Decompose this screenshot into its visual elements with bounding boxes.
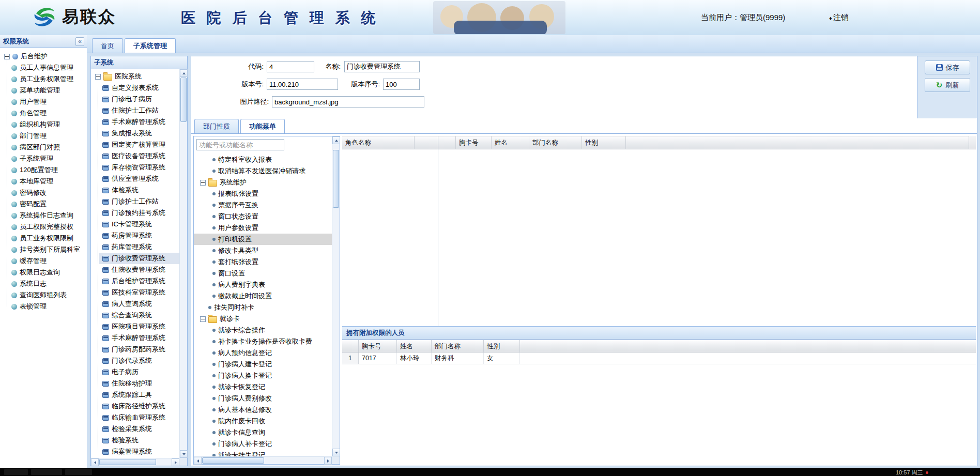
- scrollbar-thumb[interactable]: [202, 457, 264, 464]
- sidebar-item[interactable]: 缓存管理: [8, 255, 87, 267]
- function-tree-item[interactable]: 门诊病人换卡登记: [194, 370, 332, 381]
- subsystem-item[interactable]: 药房管理系统: [99, 230, 179, 241]
- subsystem-item[interactable]: 门诊代录系统: [99, 355, 179, 366]
- sidebar-item[interactable]: 员工业务权限限制: [8, 233, 87, 244]
- function-tree-item[interactable]: 挂失同时补卡: [194, 302, 332, 313]
- collapse-expander-icon[interactable]: [200, 180, 206, 186]
- sidebar-item[interactable]: 查询医师组列表: [8, 289, 87, 301]
- version-seq-input[interactable]: [383, 79, 420, 90]
- function-tree-item[interactable]: 窗口设置: [194, 268, 332, 279]
- subsystem-item[interactable]: 住院移动护理: [99, 378, 179, 389]
- subsystem-item[interactable]: 医疗设备管理系统: [99, 150, 179, 162]
- function-tree-item[interactable]: 病人基本信息修改: [194, 404, 332, 416]
- function-tree-item[interactable]: 就诊卡恢复登记: [194, 381, 332, 393]
- sidebar-item[interactable]: 表锁管理: [8, 301, 87, 312]
- collapse-expander-icon[interactable]: [95, 74, 101, 80]
- subsystem-item[interactable]: 门诊护士工作站: [99, 196, 179, 207]
- function-tree-item[interactable]: 补卡换卡业务操作是否收取卡费: [194, 336, 332, 347]
- sidebar-root-node[interactable]: 后台维护: [0, 51, 87, 62]
- function-tree-item[interactable]: 用户参数设置: [194, 222, 332, 234]
- function-tree-item[interactable]: 门诊病人补卡登记: [194, 438, 332, 450]
- column-header[interactable]: 部门名称: [529, 136, 582, 149]
- scroll-left-button[interactable]: [91, 458, 99, 466]
- function-tree-item[interactable]: 就诊卡挂失登记: [194, 450, 332, 456]
- save-button[interactable]: 保存: [925, 60, 970, 74]
- subsystem-item[interactable]: 门诊预约挂号系统: [99, 207, 179, 219]
- scroll-left-button[interactable]: [194, 457, 202, 465]
- scrollbar-thumb[interactable]: [180, 78, 187, 122]
- function-tree-folder[interactable]: 就诊卡: [194, 313, 332, 325]
- subsystem-item[interactable]: 系统跟踪工具: [99, 389, 179, 401]
- taskbar-item[interactable]: [4, 469, 28, 475]
- horizontal-scrollbar[interactable]: [91, 458, 179, 466]
- sidebar-item[interactable]: 120配置管理: [8, 164, 87, 176]
- subsystem-item[interactable]: 后台维护管理系统: [99, 275, 179, 287]
- subsystem-item[interactable]: 医技科室管理系统: [99, 287, 179, 298]
- subsystem-item[interactable]: 供应室管理系统: [99, 173, 179, 185]
- sidebar-item[interactable]: 权限日志查询: [8, 267, 87, 278]
- subsystem-item[interactable]: 体检系统: [99, 185, 179, 196]
- function-tree-item[interactable]: 院内作废卡回收: [194, 416, 332, 427]
- subsystem-item[interactable]: 住院护士工作站: [99, 105, 179, 116]
- sidebar-item[interactable]: 角色管理: [8, 108, 87, 119]
- function-tree-item[interactable]: 缴款截止时间设置: [194, 290, 332, 302]
- sidebar-item[interactable]: 员工人事信息管理: [8, 62, 87, 73]
- taskbar-item[interactable]: [31, 469, 62, 475]
- tab-function-menu[interactable]: 功能菜单: [240, 119, 285, 133]
- tab-subsystem-management[interactable]: 子系统管理: [125, 38, 176, 53]
- subsystem-item[interactable]: 门诊收费管理系统: [99, 253, 179, 264]
- scroll-right-button[interactable]: [172, 458, 179, 466]
- vertical-scrollbar[interactable]: [332, 136, 340, 456]
- sidebar-item[interactable]: 子系统管理: [8, 153, 87, 164]
- subsystem-item[interactable]: 固定资产核算管理: [99, 139, 179, 150]
- taskbar-item[interactable]: [65, 469, 92, 475]
- sidebar-item[interactable]: 组织机构管理: [8, 119, 87, 130]
- subsystem-item[interactable]: IC卡管理系统: [99, 219, 179, 230]
- function-tree-item[interactable]: 门诊病人费别修改: [194, 393, 332, 404]
- subsystem-item[interactable]: 病人查询系统: [99, 298, 179, 310]
- subsystem-item[interactable]: 住院收费管理系统: [99, 264, 179, 275]
- subsystem-item[interactable]: 医院项目管理系统: [99, 321, 179, 332]
- sidebar-item[interactable]: 员工业务权限管理: [8, 73, 87, 85]
- function-tree-item[interactable]: 门诊病人建卡登记: [194, 359, 332, 370]
- function-tree-item[interactable]: 窗口状态设置: [194, 211, 332, 222]
- vertical-scrollbar[interactable]: [179, 69, 187, 458]
- column-header[interactable]: 性别: [484, 340, 520, 352]
- function-tree-item[interactable]: 报表纸张设置: [194, 188, 332, 199]
- subsystem-item[interactable]: 库存物资管理系统: [99, 162, 179, 173]
- scroll-up-button[interactable]: [332, 136, 340, 144]
- function-tree-item[interactable]: 病人预约信息登记: [194, 347, 332, 359]
- collapse-sidebar-button[interactable]: «: [75, 37, 84, 46]
- tab-home[interactable]: 首页: [92, 38, 123, 53]
- subsystem-item[interactable]: 检验系统: [99, 435, 179, 446]
- function-tree-item[interactable]: 就诊卡综合操作: [194, 325, 332, 336]
- subsystem-item[interactable]: 药库管理系统: [99, 241, 179, 253]
- subsystem-item[interactable]: 检验采集系统: [99, 423, 179, 435]
- collapse-expander-icon[interactable]: [200, 316, 206, 322]
- subsystem-item[interactable]: 集成报表系统: [99, 128, 179, 139]
- table-row[interactable]: 17017林小玲财务科女: [342, 352, 976, 364]
- image-path-input[interactable]: [272, 96, 424, 108]
- sidebar-item[interactable]: 用户管理: [8, 96, 87, 108]
- horizontal-scrollbar[interactable]: [194, 456, 332, 464]
- collapse-expander-icon[interactable]: [4, 54, 10, 59]
- function-tree-item[interactable]: 票据序号互换: [194, 199, 332, 211]
- function-tree-item[interactable]: 就诊卡信息查询: [194, 427, 332, 438]
- function-search-input[interactable]: [196, 139, 284, 150]
- sidebar-item[interactable]: 菜单功能管理: [8, 85, 87, 96]
- name-input[interactable]: [344, 61, 420, 72]
- column-header[interactable]: 性别: [582, 136, 626, 149]
- sidebar-item[interactable]: 员工权限完整授权: [8, 221, 87, 233]
- sidebar-item[interactable]: 病区部门对照: [8, 142, 87, 153]
- function-tree-item[interactable]: 打印机设置: [194, 234, 332, 245]
- subsystem-item[interactable]: 门诊电子病历: [99, 94, 179, 105]
- subsystem-item[interactable]: 手术麻醉管理系统: [99, 332, 179, 344]
- refresh-button[interactable]: ↻ 刷新: [925, 78, 970, 92]
- function-tree-item[interactable]: 病人费别字典表: [194, 279, 332, 290]
- scrollbar-thumb[interactable]: [99, 459, 156, 465]
- sidebar-item[interactable]: 部门管理: [8, 130, 87, 142]
- column-header[interactable]: 部门名称: [432, 340, 484, 352]
- subsystem-item[interactable]: 门诊药房配药系统: [99, 344, 179, 355]
- sidebar-item[interactable]: 本地库管理: [8, 176, 87, 187]
- function-tree-item[interactable]: 套打纸张设置: [194, 256, 332, 268]
